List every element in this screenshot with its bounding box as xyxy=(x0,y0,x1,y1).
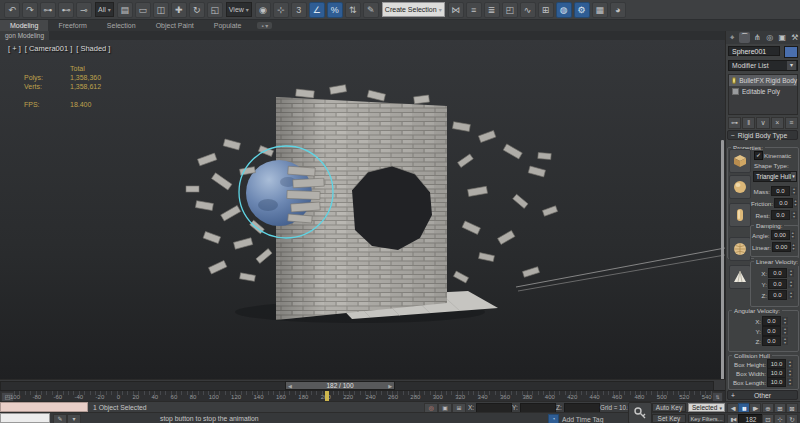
viewport-menu-plus[interactable]: [ + ] xyxy=(8,44,21,53)
graphite-toggle-icon[interactable]: ◰ xyxy=(502,2,518,18)
modifier-list-dropdown[interactable]: Modifier List ▾ xyxy=(728,60,798,71)
linear-spinner[interactable]: ▴▾ xyxy=(792,243,795,251)
slider-next-arrow-icon[interactable]: ▶ xyxy=(386,383,394,389)
viewport-pov-label[interactable]: [ Camera001 ] xyxy=(25,44,73,53)
unlink-selection-icon[interactable]: ⊷ xyxy=(58,2,74,18)
make-unique-button[interactable]: ∨ xyxy=(756,117,769,129)
tab-utilities[interactable]: ⚒ xyxy=(789,32,800,43)
lv-y-field[interactable]: 0.0 xyxy=(768,279,787,289)
maximize-viewport-icon[interactable]: ⊡ xyxy=(762,414,774,423)
select-and-scale-icon[interactable]: ◱ xyxy=(207,2,223,18)
set-keys-button[interactable] xyxy=(628,402,652,423)
camera-viewport[interactable]: [ + ] [ Camera001 ] [ Shaded ] Total Pol… xyxy=(0,40,725,379)
command-panel-scrollbar[interactable] xyxy=(721,140,724,390)
modifier-enable-bulb-icon[interactable] xyxy=(732,77,736,84)
lv-z-field[interactable]: 0.0 xyxy=(768,290,787,300)
maxscript-icon[interactable]: ✎ xyxy=(53,414,67,423)
lv-x-spinner[interactable]: ▴▾ xyxy=(788,269,794,277)
coord-z-field[interactable] xyxy=(564,403,600,413)
rest-field[interactable]: 0.0 xyxy=(771,210,790,220)
ribbon-tab-object-paint[interactable]: Object Paint xyxy=(146,20,204,31)
curve-editor-icon[interactable]: ∿ xyxy=(520,2,536,18)
select-and-manipulate-icon[interactable]: ⊹ xyxy=(273,2,289,18)
kinematic-checkbox[interactable]: ✓ xyxy=(754,151,763,160)
stack-item-bulletfx[interactable]: BulletFX Rigid Body xyxy=(729,75,797,86)
av-y-field[interactable]: 0.0 xyxy=(762,326,781,336)
coord-y-field[interactable] xyxy=(520,403,556,413)
rest-spinner[interactable]: ▴▾ xyxy=(791,211,797,219)
layer-manager-icon[interactable]: ≣ xyxy=(484,2,500,18)
av-z-field[interactable]: 0.0 xyxy=(762,336,781,346)
object-name-field[interactable]: Sphere001 xyxy=(728,46,780,56)
spinner-snap-icon[interactable]: ⇅ xyxy=(345,2,361,18)
render-setup-icon[interactable]: ⚙ xyxy=(574,2,590,18)
slider-prev-arrow-icon[interactable]: ◀ xyxy=(286,383,294,389)
ribbon-overflow-dropdown[interactable]: ▪ ▾ xyxy=(257,22,272,29)
capsule-shape-icon[interactable] xyxy=(729,203,751,227)
av-y-spinner[interactable]: ▴▾ xyxy=(782,327,788,335)
friction-field[interactable]: 0.0 xyxy=(774,198,793,208)
ribbon-tab-modeling[interactable]: Modeling xyxy=(0,20,48,31)
select-and-link-icon[interactable]: ⊶ xyxy=(40,2,56,18)
listener-menu-icon[interactable]: ▾ xyxy=(67,414,81,423)
current-frame-field[interactable]: 182 xyxy=(738,414,764,423)
angle-snap-icon[interactable]: ∠ xyxy=(309,2,325,18)
add-time-tag[interactable]: ◔ Add Time Tag xyxy=(548,414,603,423)
stack-item-editable-poly[interactable]: Editable Poly xyxy=(729,86,797,97)
show-end-result-button[interactable]: ‖ xyxy=(742,117,755,129)
textured-sphere-shape-icon[interactable] xyxy=(729,237,751,261)
box-shape-icon[interactable] xyxy=(729,149,751,173)
align-icon[interactable]: ≡ xyxy=(466,2,482,18)
ribbon-tab-populate[interactable]: Populate xyxy=(204,20,252,31)
schematic-view-icon[interactable]: ⊞ xyxy=(538,2,554,18)
ribbon-tab-freeform[interactable]: Freeform xyxy=(48,20,96,31)
rectangular-selection-region-icon[interactable]: ▭ xyxy=(135,2,151,18)
angle-field[interactable]: 0.00 xyxy=(771,230,790,240)
auto-key-button[interactable]: Auto Key xyxy=(652,403,686,412)
ribbon-tab-selection[interactable]: Selection xyxy=(97,20,146,31)
remove-modifier-button[interactable]: × xyxy=(771,117,784,129)
maxscript-mini-listener-pink[interactable] xyxy=(0,402,88,412)
configure-modifier-sets-button[interactable]: ≡ xyxy=(785,117,798,129)
mirror-icon[interactable]: ⋈ xyxy=(448,2,464,18)
time-slider-handle[interactable]: ◀ 182 / 100 ▶ xyxy=(285,381,395,390)
tab-hierarchy[interactable]: ⋔ xyxy=(752,32,763,43)
lv-z-spinner[interactable]: ▴▾ xyxy=(788,291,794,299)
reference-coordinate-dropdown[interactable]: View▾ xyxy=(226,2,252,17)
orbit-icon[interactable]: ↻ xyxy=(786,414,798,423)
snap-toggle-3d-icon[interactable]: 3 xyxy=(291,2,307,18)
use-pivot-point-icon[interactable]: ◉ xyxy=(255,2,271,18)
select-and-rotate-icon[interactable]: ↻ xyxy=(189,2,205,18)
window-crossing-icon[interactable]: ◫ xyxy=(153,2,169,18)
angle-spinner[interactable]: ▴▾ xyxy=(791,231,795,239)
shape-type-dropdown[interactable]: Triangle Hull ▾ xyxy=(753,171,797,182)
box-length-spinner[interactable]: ▴▾ xyxy=(787,378,793,386)
tab-modify[interactable]: ⌒ xyxy=(739,32,750,43)
av-x-field[interactable]: 0.0 xyxy=(762,316,781,326)
viewport-label[interactable]: [ + ] [ Camera001 ] [ Shaded ] xyxy=(8,44,110,53)
material-editor-icon[interactable]: ◍ xyxy=(556,2,572,18)
tab-display[interactable]: ▣ xyxy=(777,32,788,43)
tab-create[interactable]: ⌖ xyxy=(727,32,738,43)
mass-spinner[interactable]: ▴▾ xyxy=(791,187,797,195)
select-by-name-icon[interactable]: ▤ xyxy=(117,2,133,18)
av-x-spinner[interactable]: ▴▾ xyxy=(782,317,788,325)
polygon-modeling-panel-label[interactable]: gon Modeling xyxy=(0,31,49,40)
sphere-shape-icon[interactable] xyxy=(729,175,751,199)
selected-set-dropdown[interactable]: Selected ▾ xyxy=(688,403,725,412)
pan-icon[interactable]: ⊹ xyxy=(774,414,786,423)
key-filters-button[interactable]: Key Filters... xyxy=(688,414,725,423)
coord-x-field[interactable] xyxy=(476,403,512,413)
object-color-swatch[interactable] xyxy=(784,46,798,58)
select-and-move-icon[interactable]: ✚ xyxy=(171,2,187,18)
render-production-icon[interactable]: ◕ xyxy=(610,2,626,18)
rendered-frame-icon[interactable]: ▦ xyxy=(592,2,608,18)
tab-motion[interactable]: ◎ xyxy=(764,32,775,43)
maxscript-mini-listener-white[interactable] xyxy=(0,413,50,423)
av-z-spinner[interactable]: ▴▾ xyxy=(782,337,788,345)
set-key-button[interactable]: Set Key xyxy=(652,414,686,423)
viewport-shading-label[interactable]: [ Shaded ] xyxy=(76,44,110,53)
linear-field[interactable]: 0.00 xyxy=(772,242,791,252)
friction-spinner[interactable]: ▴▾ xyxy=(794,199,797,207)
named-selection-set-dropdown[interactable]: Create Selection▾ xyxy=(382,2,445,17)
